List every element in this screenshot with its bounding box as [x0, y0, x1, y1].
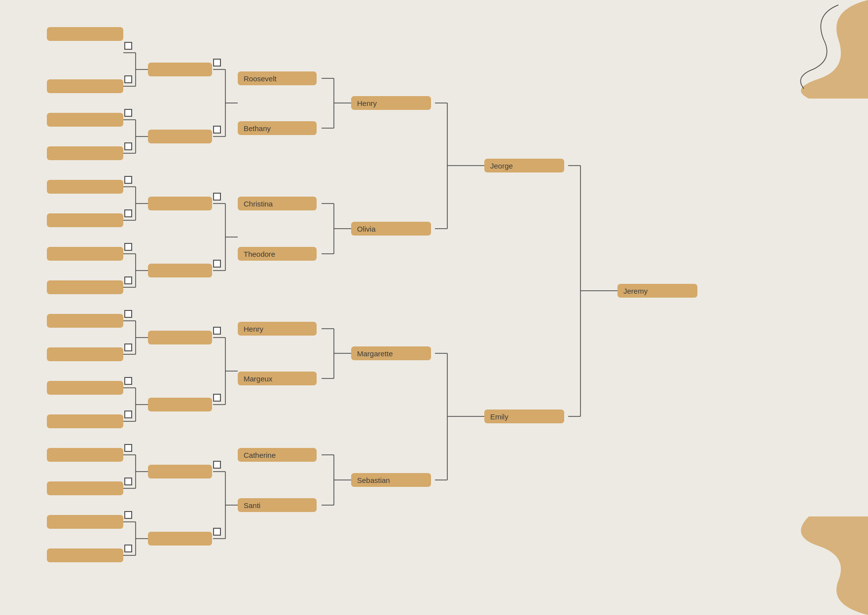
r3-bar-theodore: Theodore [238, 247, 317, 261]
r4-bar-henry: Henry [351, 96, 431, 110]
r3-bar-roosevelt: Roosevelt [238, 71, 317, 85]
r1-bar-9 [47, 314, 123, 328]
r1-connector-11 [124, 377, 132, 385]
r1-bar-3 [47, 113, 123, 127]
r1-bar-7 [47, 247, 123, 261]
r3-bar-henry: Henry [238, 322, 317, 336]
r2-bar-8 [148, 532, 212, 546]
r4-label-sebastian: Sebastian [357, 476, 390, 484]
r2-connector-1 [213, 59, 221, 67]
r1-connector-15 [124, 511, 132, 519]
r3-label-henry: Henry [244, 325, 263, 333]
r5-label-emily: Emily [490, 412, 508, 421]
r4-label-margarette: Margarette [357, 349, 393, 358]
r3-label-theodore: Theodore [244, 250, 275, 258]
r3-bar-christina: Christina [238, 197, 317, 210]
r5-bar-jeorge: Jeorge [484, 159, 564, 172]
r2-bar-1 [148, 63, 212, 76]
r1-connector-13 [124, 444, 132, 452]
r2-bar-5 [148, 331, 212, 344]
r1-bar-10 [47, 347, 123, 361]
r1-bar-13 [47, 448, 123, 462]
r2-bar-7 [148, 465, 212, 478]
r5-bar-emily: Emily [484, 410, 564, 423]
r6-bar-jeremy: Jeremy [617, 284, 697, 298]
r1-bar-5 [47, 180, 123, 194]
r1-bar-12 [47, 414, 123, 428]
r6-label-jeremy: Jeremy [623, 287, 648, 295]
r1-connector-4 [124, 142, 132, 150]
r2-connector-2 [213, 126, 221, 134]
bracket-container: Roosevelt Bethany Christina Theodore Hen… [47, 27, 737, 589]
r1-connector-5 [124, 176, 132, 184]
r1-connector-8 [124, 276, 132, 284]
r3-bar-bethany: Bethany [238, 121, 317, 135]
r1-connector-1 [124, 42, 132, 50]
r3-label-roosevelt: Roosevelt [244, 74, 277, 83]
r2-bar-6 [148, 398, 212, 411]
r3-label-bethany: Bethany [244, 124, 271, 133]
r1-bar-4 [47, 146, 123, 160]
r1-connector-10 [124, 343, 132, 351]
r1-connector-6 [124, 209, 132, 217]
r1-connector-12 [124, 410, 132, 418]
r2-bar-3 [148, 197, 212, 210]
r4-label-olivia: Olivia [357, 225, 376, 233]
r3-label-santi: Santi [244, 501, 260, 510]
r3-label-margeux: Margeux [244, 375, 272, 383]
r4-label-henry: Henry [357, 99, 377, 107]
blob-bottom-right [740, 516, 868, 615]
r1-connector-2 [124, 75, 132, 83]
r3-label-catherine: Catherine [244, 451, 276, 459]
r3-bar-santi: Santi [238, 498, 317, 512]
r1-connector-7 [124, 243, 132, 251]
r2-connector-4 [213, 260, 221, 268]
r2-connector-6 [213, 394, 221, 402]
r1-bar-15 [47, 515, 123, 529]
r5-label-jeorge: Jeorge [490, 162, 513, 170]
r1-connector-3 [124, 109, 132, 117]
r1-bar-11 [47, 381, 123, 395]
blob-top-right [730, 0, 868, 99]
r2-connector-7 [213, 461, 221, 469]
r1-connector-16 [124, 545, 132, 552]
r3-label-christina: Christina [244, 200, 273, 208]
bracket-lines [47, 27, 737, 589]
r2-connector-5 [213, 327, 221, 335]
r1-bar-6 [47, 213, 123, 227]
r1-bar-2 [47, 79, 123, 93]
r1-bar-8 [47, 280, 123, 294]
r4-bar-margarette: Margarette [351, 346, 431, 360]
r2-connector-8 [213, 528, 221, 536]
r4-bar-olivia: Olivia [351, 222, 431, 236]
r2-bar-4 [148, 264, 212, 277]
r1-connector-14 [124, 478, 132, 485]
r3-bar-catherine: Catherine [238, 448, 317, 462]
r2-bar-2 [148, 130, 212, 143]
r1-bar-16 [47, 548, 123, 562]
r1-bar-14 [47, 481, 123, 495]
r2-connector-3 [213, 193, 221, 201]
r3-bar-margeux: Margeux [238, 372, 317, 385]
r4-bar-sebastian: Sebastian [351, 473, 431, 487]
r1-connector-9 [124, 310, 132, 318]
r1-bar-1 [47, 27, 123, 41]
